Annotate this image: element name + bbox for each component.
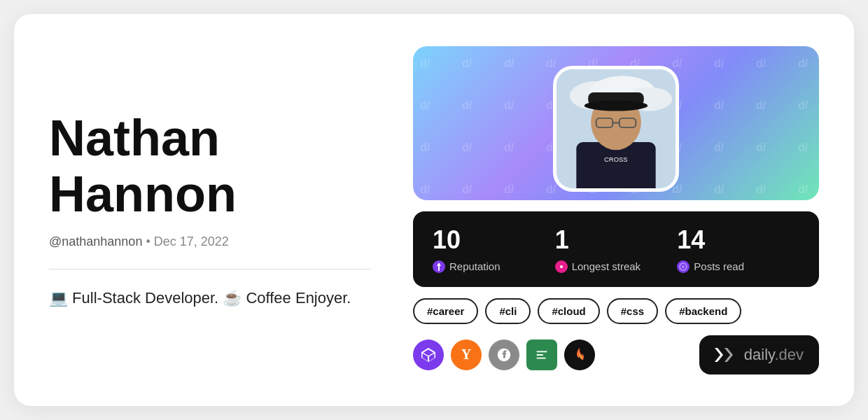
daily-dev-logo-icon: [715, 345, 737, 365]
divider: [49, 269, 371, 270]
right-section: d/: [413, 46, 819, 374]
stat-posts: 14 Posts read: [677, 225, 799, 273]
source-freecodecamp-icon[interactable]: [564, 340, 595, 370]
user-handle: @nathanhannon: [49, 234, 142, 248]
avatar: CROSS: [553, 66, 679, 192]
posts-icon: [677, 260, 690, 273]
stats-bar: 10 Reputation 1: [413, 211, 819, 287]
posts-label: Posts read: [677, 260, 799, 273]
tags-row: #career #cli #cloud #css #backend: [413, 298, 819, 324]
streak-value: 1: [555, 225, 678, 255]
source-icons: Y: [413, 340, 595, 370]
svg-point-11: [584, 100, 648, 111]
source-facebook-icon[interactable]: [489, 340, 519, 370]
left-section: NathanHannon @nathanhannon • Dec 17, 202…: [49, 111, 371, 309]
profile-header-card: d/: [413, 46, 819, 200]
streak-label: Longest streak: [555, 260, 678, 273]
user-joined: Dec 17, 2022: [154, 234, 229, 248]
streak-icon: [555, 260, 568, 273]
tag-backend[interactable]: #backend: [665, 298, 741, 324]
tag-css[interactable]: #css: [607, 298, 658, 324]
svg-text:CROSS: CROSS: [604, 155, 628, 163]
bottom-row: Y: [413, 335, 819, 374]
profile-card: NathanHannon @nathanhannon • Dec 17, 202…: [14, 14, 854, 406]
meta-separator: •: [146, 234, 153, 248]
user-name: NathanHannon: [49, 111, 371, 221]
svg-point-17: [560, 265, 563, 268]
svg-point-19: [682, 265, 685, 268]
stat-reputation: 10 Reputation: [433, 225, 555, 273]
user-meta: @nathanhannon • Dec 17, 2022: [49, 234, 371, 249]
reputation-value: 10: [433, 225, 555, 255]
source-ycombinator-icon[interactable]: Y: [451, 340, 482, 370]
source-daily-icon[interactable]: [526, 340, 557, 370]
stat-streak: 1 Longest streak: [555, 225, 678, 273]
reputation-label: Reputation: [433, 260, 555, 273]
tag-cli[interactable]: #cli: [485, 298, 531, 324]
tag-cloud[interactable]: #cloud: [538, 298, 599, 324]
daily-dev-text: daily.dev: [744, 346, 804, 364]
tag-career[interactable]: #career: [413, 298, 478, 324]
source-codepen-icon[interactable]: [413, 340, 444, 370]
reputation-icon: [433, 260, 445, 273]
user-bio: 💻 Full-Stack Developer. ☕ Coffee Enjoyer…: [49, 286, 371, 309]
posts-value: 14: [677, 225, 799, 255]
avatar-container: CROSS: [433, 66, 799, 192]
daily-dev-logo: daily.dev: [699, 335, 819, 374]
